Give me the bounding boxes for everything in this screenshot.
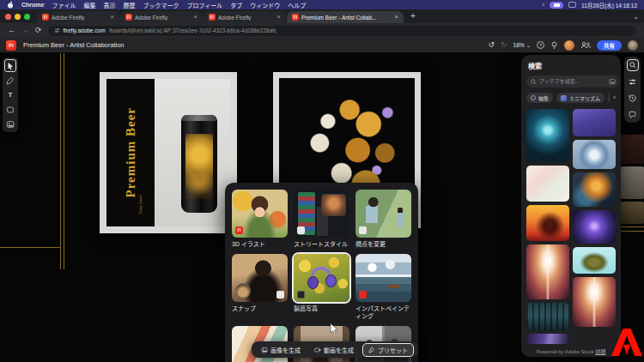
generate-video-button[interactable]: 動画を生成 <box>309 344 359 356</box>
reload-icon[interactable]: ⟳ <box>35 27 42 34</box>
preset-card[interactable]: Fl 3D イラスト <box>232 190 288 248</box>
stock-results-grid <box>526 109 616 344</box>
lightbulb-icon[interactable] <box>550 38 558 53</box>
text-tool[interactable]: T <box>4 88 16 101</box>
stock-image-crystal-abstract[interactable] <box>573 172 616 207</box>
preset-card[interactable]: スナップ <box>232 254 288 320</box>
menu-chrome[interactable]: Chrome <box>21 2 44 8</box>
document-title: Premium Beer - Artist Collaboration <box>23 41 125 49</box>
window-maximize-button[interactable] <box>24 14 30 20</box>
preset-button[interactable]: プリセット <box>362 343 414 357</box>
stock-image-light-speed-road-2[interactable] <box>573 277 616 327</box>
stock-image-orange-silhouette[interactable] <box>526 205 569 241</box>
chips-scroll-right-icon[interactable]: › <box>613 94 616 101</box>
help-icon[interactable]: ? <box>537 41 544 49</box>
chip-minimalism[interactable]: ミニマリズム <box>556 93 605 103</box>
undo-icon[interactable]: ↺ <box>488 41 495 49</box>
preset-card[interactable]: 視点を変更 <box>355 190 411 248</box>
menubar-clock[interactable]: 11月26日(水) 14:18:12 <box>581 1 637 9</box>
stock-image-neon-figure[interactable] <box>573 210 616 244</box>
redo-icon[interactable]: ↻ <box>501 41 507 49</box>
menu-bookmarks[interactable]: ブックマーク <box>143 1 179 9</box>
canvas-image-partial <box>621 202 644 224</box>
stock-image-blue-rose[interactable] <box>573 140 616 169</box>
browser-tab[interactable]: Fl Adobe Firefly × <box>204 11 286 23</box>
firefly-favicon-icon: Fl <box>292 14 299 21</box>
image-search-icon[interactable] <box>609 78 616 85</box>
browser-tab-active[interactable]: Fl Premium Beer - Artist Collab... × <box>287 11 404 23</box>
menu-window[interactable]: ウィンドウ <box>250 1 280 9</box>
comments-icon[interactable] <box>627 108 639 120</box>
board-canvas[interactable]: Premium Beer Tokyo Craft T <box>0 53 644 362</box>
frame-tool[interactable] <box>4 103 16 116</box>
menubar-chevron-icon[interactable]: ‹ <box>542 1 544 9</box>
menu-history[interactable]: 履歴 <box>123 1 135 9</box>
media-tool[interactable] <box>4 118 16 130</box>
menu-tab[interactable]: タブ <box>230 1 242 9</box>
stock-image-green-bust[interactable] <box>573 247 616 274</box>
firefly-logo-icon[interactable]: Fl <box>6 40 16 51</box>
chip-partial[interactable] <box>608 93 610 103</box>
display-status-icon[interactable] <box>568 2 576 8</box>
pen-tool[interactable] <box>4 74 16 87</box>
zoom-control[interactable]: 18% ⌄ <box>513 42 531 49</box>
firefly-favicon-icon: Fl <box>42 14 49 21</box>
firefly-favicon-icon: Fl <box>209 14 216 21</box>
browser-tab[interactable]: Fl Adobe Firefly × <box>120 11 203 23</box>
tab-close-icon[interactable]: × <box>193 14 197 21</box>
gold-guide-horizontal <box>620 226 644 227</box>
tab-close-icon[interactable]: × <box>276 14 281 21</box>
pen-nib-icon <box>368 347 375 353</box>
poster-beer-ad[interactable]: Premium Beer Tokyo Craft <box>100 72 237 233</box>
select-tool[interactable] <box>4 59 16 72</box>
poster-subtitle: Tokyo Craft <box>138 196 143 214</box>
folder-status-icon[interactable] <box>550 2 563 9</box>
search-tool-icon[interactable] <box>627 59 639 71</box>
adjust-sliders-icon[interactable] <box>627 75 639 87</box>
stock-image-purple-sparkle[interactable] <box>573 109 616 136</box>
profile-avatar[interactable] <box>628 40 638 51</box>
tool-strip: T <box>3 57 18 132</box>
stock-image-purple-partial[interactable] <box>526 334 569 344</box>
gold-guide-horizontal <box>620 231 644 232</box>
stock-details-link[interactable]: 詳細 <box>595 349 605 354</box>
search-input[interactable] <box>539 79 606 84</box>
share-screen-icon[interactable] <box>580 38 591 53</box>
forward-icon[interactable]: → <box>21 27 29 34</box>
stock-image-dark-forest[interactable] <box>526 303 569 330</box>
minimalism-chip-thumb-icon <box>561 95 567 101</box>
stock-image-cyber-tower[interactable] <box>526 109 569 162</box>
tab-close-icon[interactable]: × <box>110 14 114 21</box>
search-panel-title: 検索 <box>528 61 616 70</box>
browser-tab[interactable]: Fl Adobe Firefly × <box>37 11 119 23</box>
preset-card[interactable]: ストリートスタイル <box>294 190 349 248</box>
tab-close-icon[interactable]: × <box>394 14 398 21</box>
back-icon[interactable]: ← <box>8 27 15 34</box>
apple-logo-icon[interactable] <box>7 1 14 9</box>
new-tab-button[interactable]: + <box>410 12 416 21</box>
collaborator-avatar[interactable] <box>564 40 574 51</box>
menu-view[interactable]: 表示 <box>103 1 115 9</box>
preset-card[interactable]: インパストペインティング <box>355 254 411 320</box>
firefly-app-header: Fl Premium Beer - Artist Collaboration ↺… <box>0 38 644 53</box>
window-close-button[interactable] <box>5 14 11 20</box>
menu-help[interactable]: ヘルプ <box>288 1 306 9</box>
chip-abstract[interactable]: 抽象 <box>526 93 553 103</box>
menu-edit[interactable]: 編集 <box>83 1 95 9</box>
tab-search-icon[interactable]: ⌄ <box>633 13 639 21</box>
window-minimize-button[interactable] <box>15 14 21 20</box>
filter-chips: 抽象 ミニマリズム › <box>526 93 616 103</box>
stock-image-pastel-soft[interactable] <box>526 166 569 202</box>
stock-image-light-speed-road[interactable] <box>526 244 569 299</box>
address-bar[interactable]: firefly.adobe.com/boards/id/urn:aaid:sc:… <box>48 26 636 36</box>
preset-card-selected[interactable]: 製品写真 <box>294 254 349 320</box>
browser-tabbar: Fl Adobe Firefly × Fl Adobe Firefly × Fl… <box>0 9 644 23</box>
history-icon[interactable] <box>627 92 639 104</box>
menu-file[interactable]: ファイル <box>52 1 76 9</box>
preset-thumbnail-impasto-painting <box>355 254 411 302</box>
generate-image-button[interactable]: 画像を生成 <box>256 344 306 356</box>
generate-toolbar: 画像を生成 動画を生成 プリセット <box>252 341 418 358</box>
chevron-down-icon: ⌄ <box>526 42 531 49</box>
share-button[interactable]: 共有 <box>597 40 622 51</box>
menu-profiles[interactable]: プロフィール <box>186 1 222 9</box>
